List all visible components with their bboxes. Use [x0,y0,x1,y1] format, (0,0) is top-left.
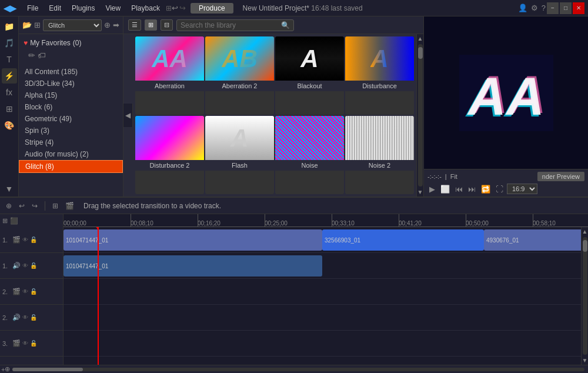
scroll-up-arrow[interactable]: ▲ [417,34,423,43]
track-row-5 [64,357,581,365]
tl-marker-btn[interactable]: 🎬 [63,201,76,211]
menu-edit[interactable]: Edit [44,3,66,14]
search-input[interactable] [181,21,281,29]
scroll-thumb[interactable] [418,47,423,59]
play-pause-btn[interactable]: ▶ [427,184,437,194]
track-lock-btn-3[interactable]: 🔓 [30,314,37,321]
render-preview-button[interactable]: nder Preview [537,172,584,181]
add-icon[interactable]: ⊕ [104,21,111,29]
pencil-icon[interactable]: ✏ [28,51,35,60]
redo-btn[interactable]: ↪ [179,4,186,12]
grid-item-flash[interactable]: AFlash [205,116,274,194]
track-lock-btn-4[interactable]: 🔓 [30,340,37,347]
track-lock-btn-0[interactable]: 🔓 [30,237,37,243]
track-row-4 [64,331,581,357]
track-vis-btn-2[interactable]: 👁 [22,288,28,295]
grid-item-blackout[interactable]: ABlackout [275,36,344,115]
sidebar-icon-transitions[interactable]: ⚡ [2,68,17,84]
clip-4930676_01-0[interactable]: 4930676_01 [484,229,581,251]
loop-btn[interactable]: 🔁 [479,184,492,194]
tl-scroll-down[interactable]: ▼ [582,356,588,365]
grid-icon[interactable]: ⊞ [34,21,41,29]
folder-icon[interactable]: 📂 [22,21,32,29]
category-item-audio-(for-music)[interactable]: Audio (for music) (2) [19,148,123,160]
grid-item-noise[interactable]: Noise [275,116,344,194]
tl-redo-btn[interactable]: ↪ [29,201,40,211]
category-item-geometric[interactable]: Geometric (49) [19,113,123,125]
aspect-ratio-select[interactable]: 16:9 [507,184,537,194]
tl-scroll-thumb-h[interactable] [12,368,83,371]
timeline-scrollbar-v: ▲ ▼ [581,227,588,365]
filter-select[interactable]: Glitch [43,19,102,31]
category-item-block[interactable]: Block (6) [19,101,123,113]
category-item-glitch[interactable]: Glitch (8) [19,160,123,173]
clip-1010471447_01-1[interactable]: 1010471447_01 [64,255,322,277]
category-item-stripe[interactable]: Stripe (4) [19,136,123,148]
scroll-track [418,44,423,186]
settings-icon[interactable]: ⚙ [531,4,538,12]
sidebar-icon-expand[interactable]: ▼ [2,181,17,197]
sidebar-icon-effects[interactable]: fx [2,85,17,100]
grid-item-aberration[interactable]: AAAberration [135,36,204,115]
playhead[interactable] [98,227,99,365]
grid-label-disturbance: Disturbance [345,81,414,91]
account-icon[interactable]: 👤 [518,4,527,12]
sidebar-icon-media[interactable]: 📁 [2,19,17,34]
track-vis-btn-4[interactable]: 👁 [22,340,28,347]
fullscreen-btn[interactable]: ⛶ [494,184,505,194]
track-row-0: 1010471447_0132566903_014930676_01 [64,227,581,253]
close-button[interactable]: ✕ [573,2,584,14]
tl-scroll-thumb[interactable] [583,240,587,252]
view-large-btn[interactable]: ⊟ [161,19,173,31]
fit-timeline-icon[interactable]: ⬛ [10,217,18,225]
minimize-button[interactable]: − [547,2,559,14]
category-item-all-content[interactable]: All Content (185) [19,66,123,78]
track-lock-btn-2[interactable]: 🔓 [30,288,37,295]
help-icon[interactable]: ? [542,4,546,12]
stop-btn[interactable]: ⬜ [439,184,452,194]
sidebar-icon-text[interactable]: T [2,52,17,67]
favorites-header[interactable]: ♥ My Favorites (0) [24,39,118,47]
grid-label-noise: Noise [275,160,344,171]
track-lock-btn-1[interactable]: 🔓 [30,262,37,269]
scroll-left-arrow[interactable]: ◀ [123,104,133,127]
next-frame-btn[interactable]: ⏭ [466,184,477,194]
view-grid-btn[interactable]: ⊞ [145,19,157,31]
timeline-ruler: 00;00;0000;08;1000;16;2000;25;0000;33;10… [64,214,588,227]
tl-add-track-btn[interactable]: ⊕ [4,201,14,211]
remove-icon[interactable]: ➡ [113,21,119,29]
category-item-alpha[interactable]: Alpha (15) [19,89,123,101]
track-vis-btn-1[interactable]: 👁 [22,262,28,269]
sidebar-icon-color[interactable]: 🎨 [2,118,17,133]
tl-undo-btn[interactable]: ↩ [16,201,27,211]
sidebar-icon-overlays[interactable]: ⊞ [2,101,17,116]
track-vis-btn-3[interactable]: 👁 [22,314,28,321]
fav-icons: ✏ 🏷 [24,49,118,61]
tl-snap-btn[interactable]: ⊞ [50,201,61,211]
maximize-button[interactable]: □ [560,2,572,14]
prev-frame-btn[interactable]: ⏮ [453,184,465,194]
view-list-btn[interactable]: ☰ [128,19,141,31]
app-logo[interactable]: ◀▶ [4,4,16,13]
undo-btn[interactable]: ↩ [172,4,178,12]
sidebar-icon-audio[interactable]: 🎵 [2,35,17,51]
clip-32566903_01-0[interactable]: 32566903_01 [322,229,484,251]
grid-item-disturbance[interactable]: ADisturbance [345,36,414,115]
tl-scroll-up[interactable]: ▲ [582,227,588,236]
menu-playback[interactable]: Playback [126,3,165,14]
produce-button[interactable]: Produce [191,3,233,14]
menu-file[interactable]: File [22,3,43,14]
menu-view[interactable]: View [101,3,125,14]
scroll-down-arrow[interactable]: ▼ [417,188,423,197]
tag-icon[interactable]: 🏷 [38,51,46,60]
grid-item-aberration-2[interactable]: ABAberration 2 [205,36,274,115]
track-vis-btn-0[interactable]: 👁 [22,237,28,243]
clip-1010471447_01-0[interactable]: 1010471447_01 [64,229,322,251]
window-controls: − □ ✕ [547,2,584,14]
tl-add-track-bottom-btn[interactable]: ⊕ [5,365,10,373]
grid-item-disturbance-2[interactable]: Disturbance 2 [135,116,204,194]
menu-plugins[interactable]: Plugins [67,3,99,14]
category-item-3d/3d-like[interactable]: 3D/3D-Like (34) [19,78,123,89]
category-item-spin[interactable]: Spin (3) [19,125,123,136]
grid-item-noise-2[interactable]: Noise 2 [345,116,414,194]
